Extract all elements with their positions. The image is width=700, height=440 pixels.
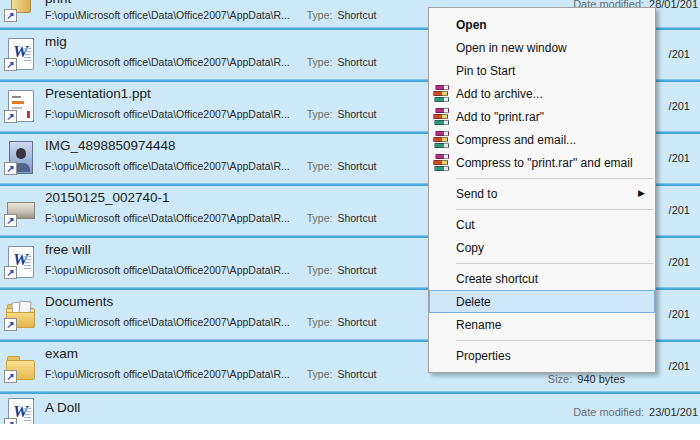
file-name: mig [45, 34, 67, 49]
file-name: free will [45, 242, 91, 257]
type-label: Type: [307, 9, 333, 21]
file-row-a-doll[interactable]: W ↗ A Doll Date modified: 23/01/201 [0, 394, 700, 424]
type-label: Type: [307, 56, 333, 68]
size-label: Size: [548, 373, 572, 385]
shortcut-arrow-overlay: ↗ [4, 58, 17, 71]
shortcut-arrow-overlay: ↗ [4, 370, 17, 383]
file-path: F:\opu\Microsoft office\Data\Office2007\… [45, 56, 290, 68]
type-value: Shortcut [337, 9, 376, 21]
date-modified-label: Date modified: [573, 406, 644, 418]
menu-item-open-in-new-window[interactable]: Open in new window [429, 36, 655, 59]
file-path: F:\opu\Microsoft office\Data\Office2007\… [45, 160, 290, 172]
shortcut-arrow-overlay: ↗ [4, 418, 17, 424]
date-modified-fragment: /201 [669, 48, 690, 60]
file-path: F:\opu\Microsoft office\Data\Office2007\… [45, 108, 290, 120]
file-name: Presentation1.ppt [45, 86, 151, 101]
word-file-icon: W ↗ [4, 245, 38, 279]
menu-item-properties[interactable]: Properties [429, 344, 655, 367]
menu-item-add-to-archive[interactable]: Add to archive... [429, 82, 655, 105]
file-path: F:\opu\Microsoft office\Data\Office2007\… [45, 212, 290, 224]
menu-separator [456, 174, 653, 182]
date-modified-fragment: /201 [669, 100, 690, 112]
context-menu: Open Open in new window Pin to Start Add… [428, 7, 656, 373]
menu-item-rename[interactable]: Rename [429, 313, 655, 336]
date-modified-fragment: /201 [669, 256, 690, 268]
photo-gray-file-icon: ↗ [4, 193, 38, 227]
file-path: F:\opu\Microsoft office\Data\Office2007\… [45, 368, 290, 380]
type-value: Shortcut [337, 108, 376, 120]
file-name: Documents [45, 294, 113, 309]
menu-item-compress-and-email[interactable]: Compress and email... [429, 128, 655, 151]
date-modified-fragment: /201 [669, 152, 690, 164]
type-label: Type: [307, 212, 333, 224]
word-file-icon: W ↗ [4, 397, 38, 424]
shortcut-arrow-overlay: ↗ [4, 214, 17, 227]
date-modified-fragment: /201 [669, 308, 690, 320]
photo-file-icon: ↗ [4, 141, 38, 175]
date-modified-value: 28/01/201 [649, 0, 698, 10]
powerpoint-file-icon: ↗ [4, 89, 38, 123]
shortcut-arrow-overlay: ↗ [4, 9, 17, 22]
date-modified-fragment: /201 [669, 360, 690, 372]
type-label: Type: [307, 316, 333, 328]
menu-item-copy[interactable]: Copy [429, 236, 655, 259]
file-name: 20150125_002740-1 [45, 190, 170, 205]
winrar-icon [433, 131, 451, 148]
date-modified-value: 23/01/201 [649, 406, 698, 418]
shortcut-arrow-overlay: ↗ [4, 110, 17, 123]
folder-documents-icon: ↗ [4, 297, 38, 331]
date-modified-fragment: /201 [669, 204, 690, 216]
menu-separator [456, 205, 653, 213]
type-value: Shortcut [337, 212, 376, 224]
file-path: F:\opu\Microsoft office\Data\Office2007\… [45, 316, 290, 328]
size-value: 940 bytes [577, 373, 625, 385]
menu-item-cut[interactable]: Cut [429, 213, 655, 236]
winrar-icon [433, 85, 451, 102]
menu-item-compress-to-print-rar-and-email[interactable]: Compress to "print.rar" and email [429, 151, 655, 174]
menu-item-add-to-print-rar[interactable]: Add to "print.rar" [429, 105, 655, 128]
file-name: print [45, 0, 71, 6]
type-label: Type: [307, 108, 333, 120]
menu-item-send-to[interactable]: Send to ▶ [429, 182, 655, 205]
menu-item-pin-to-start[interactable]: Pin to Start [429, 59, 655, 82]
menu-item-create-shortcut[interactable]: Create shortcut [429, 267, 655, 290]
type-value: Shortcut [337, 56, 376, 68]
menu-separator [456, 336, 653, 344]
menu-item-open[interactable]: Open [429, 13, 655, 36]
type-label: Type: [307, 368, 333, 380]
type-value: Shortcut [337, 368, 376, 380]
folder-icon: ↗ [4, 349, 38, 383]
shortcut-arrow-overlay: ↗ [4, 162, 17, 175]
file-name: IMG_4898850974448 [45, 138, 176, 153]
type-value: Shortcut [337, 316, 376, 328]
shortcut-arrow-overlay: ↗ [4, 318, 17, 331]
menu-item-delete[interactable]: Delete [429, 290, 655, 313]
type-value: Shortcut [337, 160, 376, 172]
type-label: Type: [307, 160, 333, 172]
shortcut-arrow-overlay: ↗ [4, 266, 17, 279]
submenu-arrow-icon: ▶ [638, 189, 645, 198]
winrar-icon [433, 154, 451, 171]
word-file-icon: W ↗ [4, 37, 38, 71]
type-value: Shortcut [337, 264, 376, 276]
winrar-icon [433, 108, 451, 125]
file-name: exam [45, 346, 78, 361]
menu-separator [456, 259, 653, 267]
print-shortcut-icon: ↗ [4, 0, 38, 22]
file-path: F:\opu\Microsoft office\Data\Office2007\… [45, 9, 290, 21]
type-label: Type: [307, 264, 333, 276]
file-path: F:\opu\Microsoft office\Data\Office2007\… [45, 264, 290, 276]
file-name: A Doll [45, 400, 80, 415]
